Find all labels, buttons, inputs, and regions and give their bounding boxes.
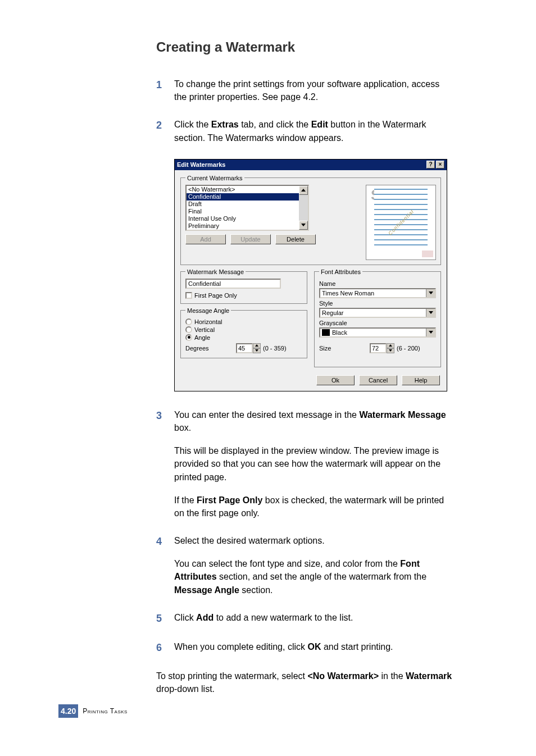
spin-up-icon[interactable]: [253, 343, 261, 348]
list-item[interactable]: Draft: [187, 201, 308, 208]
font-style-label: Style: [319, 300, 436, 307]
watermark-listbox[interactable]: <No Watermark> Confidential Draft Final …: [185, 185, 309, 231]
scroll-down-icon[interactable]: [299, 221, 308, 230]
step-number-5: 5: [156, 611, 174, 626]
watermark-message-group: Watermark Message Confidential First Pag…: [180, 268, 307, 304]
size-label: Size: [319, 345, 370, 352]
page-number-box: 4.20: [58, 704, 78, 718]
font-name-label: Name: [319, 280, 436, 287]
text: section.: [239, 585, 273, 595]
step-number-6: 6: [156, 640, 174, 655]
watermark-message-legend: Watermark Message: [185, 268, 246, 275]
current-watermarks-group: Current Watermarks <No Watermark> Confid…: [180, 175, 441, 265]
text: Select the desired watermark options.: [174, 536, 325, 545]
list-item[interactable]: Sample: [187, 230, 308, 231]
spin-up-icon[interactable]: [387, 343, 394, 348]
dropdown-icon[interactable]: [426, 329, 435, 336]
list-item[interactable]: Internal Use Only: [187, 215, 308, 222]
text: You can select the font type and size, a…: [174, 559, 400, 568]
update-button[interactable]: Update: [230, 234, 271, 244]
step-4-text: Select the desired watermark options. Yo…: [174, 534, 454, 596]
list-item[interactable]: Final: [187, 208, 308, 215]
color-swatch: [322, 329, 330, 336]
dialog-titlebar: Edit Watermarks ? ×: [175, 160, 447, 170]
watermark-message-input[interactable]: Confidential: [185, 279, 281, 289]
list-item[interactable]: <No Watermark>: [187, 186, 308, 193]
list-item[interactable]: Preliminary: [187, 222, 308, 230]
step-3-text: You can enter the desired text message i…: [174, 408, 454, 520]
font-style-select[interactable]: Regular: [319, 308, 436, 318]
degrees-input[interactable]: 45: [236, 343, 253, 353]
cancel-button[interactable]: Cancel: [359, 375, 397, 385]
step-2-text: Click the Extras tab, and click the Edit…: [174, 118, 454, 144]
dialog-title: Edit Watermarks: [177, 161, 425, 168]
step-3-para3: If the First Page Only box is checked, t…: [174, 494, 454, 520]
step-3-para2: This will be displayed in the preview wi…: [174, 444, 454, 484]
select-value: Times New Roman: [322, 290, 374, 297]
message-angle-legend: Message Angle: [185, 307, 231, 314]
first-page-only-checkbox[interactable]: [185, 292, 192, 299]
step-4-para2: You can select the font type and size, a…: [174, 557, 454, 596]
bold: <No Watermark>: [307, 671, 379, 681]
degrees-range: (0 - 359): [263, 345, 287, 352]
add-button[interactable]: Add: [185, 234, 226, 244]
vertical-radio[interactable]: [185, 326, 192, 333]
section-heading: Creating a Watermark: [156, 39, 454, 55]
step-number-4: 4: [156, 534, 174, 596]
text: To stop printing the watermark, select: [156, 671, 307, 681]
degrees-label: Degrees: [185, 345, 236, 352]
text: When you complete editing, click: [174, 642, 307, 652]
chapter-number: 4.: [61, 707, 67, 716]
text: box.: [174, 423, 191, 432]
bold: Watermark: [406, 671, 452, 681]
scroll-up-icon[interactable]: [299, 186, 308, 195]
font-name-select[interactable]: Times New Roman: [319, 288, 436, 298]
bold: OK: [307, 642, 321, 652]
first-page-only-label: First Page Only: [194, 292, 237, 299]
spin-down-icon[interactable]: [387, 348, 394, 353]
help-button[interactable]: Help: [402, 375, 440, 385]
bold: Add: [196, 613, 214, 622]
text: in the: [379, 671, 406, 681]
bold: Message Angle: [174, 585, 239, 595]
help-button[interactable]: ?: [426, 161, 435, 168]
angle-radio[interactable]: [185, 334, 192, 341]
step-number-1: 1: [156, 78, 174, 103]
text: Click the: [174, 120, 211, 129]
step-1-text: To change the print settings from your s…: [174, 78, 454, 103]
page-number: 20: [67, 707, 76, 716]
horizontal-radio[interactable]: [185, 318, 192, 325]
delete-button[interactable]: Delete: [275, 234, 316, 244]
spin-down-icon[interactable]: [253, 348, 261, 353]
bold: First Page Only: [197, 495, 262, 505]
grayscale-select[interactable]: Black: [319, 327, 436, 338]
bold: Edit: [311, 120, 328, 129]
horizontal-label: Horizontal: [194, 318, 222, 325]
closing-paragraph: To stop printing the watermark, select <…: [156, 670, 454, 695]
watermark-preview: S Confidential: [366, 185, 436, 260]
degrees-stepper[interactable]: 45: [236, 343, 261, 353]
font-attributes-legend: Font Attributes: [319, 268, 362, 275]
angle-label: Angle: [194, 334, 210, 341]
bold: Extras: [211, 120, 239, 129]
text: If the: [174, 495, 197, 505]
page-footer: 4.20 Printing Tasks: [58, 704, 128, 718]
list-item[interactable]: Confidential: [187, 193, 308, 201]
size-stepper[interactable]: 72: [370, 343, 394, 353]
scrollbar[interactable]: [299, 186, 308, 230]
size-range: (6 - 200): [397, 345, 420, 352]
close-button[interactable]: ×: [436, 161, 444, 168]
ok-button[interactable]: Ok: [316, 375, 355, 385]
grayscale-label: Grayscale: [319, 320, 436, 326]
current-watermarks-legend: Current Watermarks: [185, 175, 244, 181]
dropdown-icon[interactable]: [426, 289, 435, 297]
text: You can enter the desired text message i…: [174, 410, 359, 420]
size-input[interactable]: 72: [370, 343, 387, 353]
text: drop-down list.: [156, 684, 215, 694]
message-angle-group: Message Angle Horizontal Vertical Angle …: [180, 307, 307, 358]
text: section, and set the angle of the waterm…: [217, 572, 427, 581]
dropdown-icon[interactable]: [426, 309, 435, 317]
footer-label: Printing Tasks: [83, 707, 128, 715]
select-value: Regular: [322, 309, 344, 316]
step-number-2: 2: [156, 118, 174, 144]
